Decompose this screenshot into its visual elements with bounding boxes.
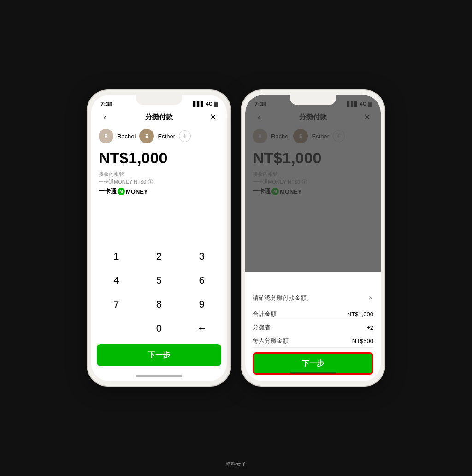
next-button-1[interactable]: 下一步: [97, 344, 221, 366]
confirm-row-total-label: 合計金額: [253, 310, 277, 318]
home-indicator-2: [290, 372, 336, 374]
notch-1: [136, 95, 182, 105]
phone-1-screen: 7:38 ▋▋▋ 4G ▓ ‹ 分攤付款 ✕ R Rachel E Esther: [91, 95, 227, 381]
numpad-key-3[interactable]: 3: [180, 244, 223, 268]
add-contact-button-1[interactable]: +: [179, 130, 191, 142]
status-time-1: 7:38: [100, 101, 112, 107]
numpad-key-4[interactable]: 4: [95, 268, 138, 292]
numpad-key-delete[interactable]: ←: [180, 316, 223, 340]
info-icon-1[interactable]: ⓘ: [148, 178, 153, 185]
account-label-1: 接收的帳號: [99, 171, 219, 178]
battery-icon-1: ▓: [214, 101, 218, 107]
numpad-key-5[interactable]: 5: [138, 268, 181, 292]
numpad-key-6[interactable]: 6: [180, 268, 223, 292]
amount-value-1: NT$1,000: [99, 149, 167, 167]
signal-icon-1: ▋▋▋: [193, 101, 204, 107]
numpad-key-2[interactable]: 2: [138, 244, 181, 268]
contacts-row-1: R Rachel E Esther +: [91, 125, 227, 147]
watermark: 塔科女子: [226, 461, 246, 468]
confirm-close-icon[interactable]: ✕: [368, 294, 373, 302]
back-button-1[interactable]: ‹: [99, 113, 112, 122]
phone-1: 7:38 ▋▋▋ 4G ▓ ‹ 分攤付款 ✕ R Rachel E Esther: [88, 90, 230, 386]
home-indicator-1: [136, 375, 182, 377]
app-header-1: ‹ 分攤付款 ✕: [91, 109, 227, 125]
phone-2: 7:38 ▋▋▋ 4G ▓ ‹ 分攤付款 ✕ R Rachel E Esther: [242, 90, 384, 386]
contact-name-rachel-1: Rachel: [117, 133, 136, 140]
account-section-1: 接收的帳號 一卡通MONEY NT$0 ⓘ 一卡通 M MONEY: [91, 171, 227, 199]
confirm-row-per-person-value: NT$500: [352, 338, 373, 345]
confirm-sheet: 請確認分攤付款金額。 ✕ 合計金額 NT$1,000 分攤者 ÷2 每人分攤金額…: [245, 287, 381, 381]
confirm-row-total-value: NT$1,000: [347, 311, 373, 318]
close-button-1[interactable]: ✕: [206, 112, 219, 122]
confirm-row-total: 合計金額 NT$1,000: [253, 308, 373, 321]
account-sub-1: 一卡通MONEY NT$0 ⓘ: [99, 178, 219, 185]
confirm-row-split-value: ÷2: [367, 324, 373, 331]
next-button-2[interactable]: 下一步: [253, 352, 373, 375]
notch-2: [290, 95, 336, 105]
avatar-esther-1: E: [139, 129, 154, 143]
confirm-row-per-person-label: 每人分攤金額: [253, 337, 289, 345]
phone-2-screen: 7:38 ▋▋▋ 4G ▓ ‹ 分攤付款 ✕ R Rachel E Esther: [245, 95, 381, 381]
dark-overlay: [245, 95, 381, 272]
numpad-1: 1 2 3 4 5 6 7 8 9 0 ←: [91, 244, 227, 340]
confirm-row-split-label: 分攤者: [253, 323, 271, 332]
status-icons-1: ▋▋▋ 4G ▓: [193, 101, 218, 107]
page-title-1: 分攤付款: [145, 113, 173, 122]
numpad-key-9[interactable]: 9: [180, 292, 223, 316]
avatar-rachel-1: R: [99, 129, 113, 143]
amount-section-1: NT$1,000: [91, 147, 227, 171]
numpad-key-empty: [95, 316, 138, 340]
money-m-icon-1: M: [118, 188, 125, 195]
numpad-key-7[interactable]: 7: [95, 292, 138, 316]
confirm-title: 請確認分攤付款金額。: [253, 294, 313, 302]
money-logo-1: 一卡通 M MONEY: [99, 187, 219, 196]
numpad-key-1[interactable]: 1: [95, 244, 138, 268]
contact-name-esther-1: Esther: [158, 133, 175, 140]
network-icon-1: 4G: [206, 101, 212, 107]
confirm-header: 請確認分攤付款金額。 ✕: [253, 294, 373, 302]
numpad-key-0[interactable]: 0: [138, 316, 181, 340]
confirm-row-per-person: 每人分攤金額 NT$500: [253, 334, 373, 348]
confirm-row-split: 分攤者 ÷2: [253, 321, 373, 334]
numpad-key-8[interactable]: 8: [138, 292, 181, 316]
scene: 7:38 ▋▋▋ 4G ▓ ‹ 分攤付款 ✕ R Rachel E Esther: [0, 0, 472, 476]
